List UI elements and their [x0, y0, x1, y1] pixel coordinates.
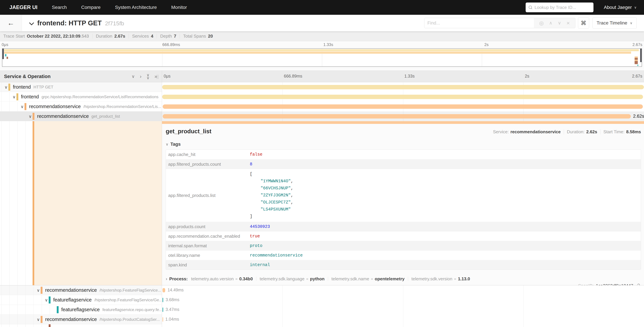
span-duration-bar[interactable]	[162, 308, 163, 312]
minimap-right-handle[interactable]	[640, 49, 642, 62]
ruler-tick-label: 0μs	[164, 74, 170, 78]
collapse-trace-chevron-icon[interactable]	[29, 22, 34, 26]
json-bracket: ]	[250, 213, 293, 220]
stat-label: Total Spans	[183, 34, 206, 39]
span-detail-content: get_product_listService:recommendationse…	[162, 124, 644, 285]
span-duration-label: 3.68ms	[166, 297, 179, 302]
span-row-timeline-cell[interactable]: 14.49ms	[162, 285, 644, 295]
trace-view-selector[interactable]: Trace Timeline ∨	[592, 18, 636, 28]
tag-value: proto	[250, 242, 262, 250]
expand-one-icon[interactable]: ›	[140, 74, 142, 79]
process-value: 1.13.0	[458, 276, 470, 282]
chevron-down-icon[interactable]: ∨	[36, 288, 41, 292]
keyboard-shortcuts-button[interactable]: ⌘	[578, 18, 589, 28]
span-row-tree-cell[interactable]: ∨recommendationservice/hipstershop.Featu…	[0, 285, 162, 295]
span-row-tree-cell[interactable]	[0, 324, 162, 327]
span-row-timeline-cell[interactable]	[162, 92, 644, 102]
back-button[interactable]: ←	[0, 15, 22, 31]
nav-item-monitor[interactable]: Monitor	[171, 5, 187, 10]
span-row-timeline-cell[interactable]: 3.68ms	[162, 295, 644, 305]
nav-item-compare[interactable]: Compare	[81, 5, 100, 10]
span-row-timeline-cell[interactable]	[162, 324, 644, 327]
trace-id-lookup-input[interactable]	[534, 5, 591, 10]
tree-indent-guide	[1, 314, 2, 324]
minimap-canvas[interactable]	[2, 48, 642, 67]
collapse-all-icon[interactable]: ∨∨	[146, 74, 150, 79]
collapse-one-icon[interactable]: ∨	[132, 74, 135, 79]
focus-match-icon[interactable]: ◎	[539, 20, 544, 26]
chevron-down-icon: ∨	[630, 21, 632, 25]
prev-match-icon[interactable]: ∧	[549, 20, 552, 26]
tree-indent-guide	[34, 295, 34, 305]
span-id-label: SpanID:	[578, 283, 594, 285]
chevron-down-icon[interactable]: ∨	[44, 298, 49, 302]
chevron-down-icon[interactable]: ∨	[12, 94, 16, 99]
json-list-item: "66VCHSJNUP",	[250, 185, 293, 192]
span-duration-bar[interactable]	[162, 95, 643, 99]
span-row-timeline-cell[interactable]: 3.47ms	[162, 305, 644, 314]
span-duration-bar[interactable]	[162, 85, 644, 89]
process-row[interactable]: ›Process:telemetry.auto.version=0.34b0te…	[166, 276, 641, 282]
next-match-icon[interactable]: ∨	[558, 20, 561, 26]
span-row-timeline-cell[interactable]	[162, 102, 644, 112]
json-comma: ,	[291, 179, 293, 184]
tag-key: app.filtered_products.list	[166, 191, 250, 200]
span-duration-bar[interactable]	[163, 104, 643, 109]
about-jaeger-menu[interactable]: About Jaeger ∨	[604, 5, 636, 10]
span-duration-label: 14.49ms	[168, 288, 184, 292]
chevron-down-icon[interactable]: ∨	[4, 85, 8, 90]
meta-label: Service:	[493, 129, 509, 134]
app-logo[interactable]: JAEGER UI	[10, 4, 38, 10]
span-row-tree-cell[interactable]: ∨featureflagservice/hipstershop.FeatureF…	[0, 295, 162, 305]
service-color-bar	[24, 103, 26, 110]
span-duration-bar[interactable]	[163, 114, 631, 118]
tags-section-header[interactable]: ∨Tags	[166, 142, 641, 147]
span-row: ∨featureflagservice/hipstershop.FeatureF…	[0, 295, 644, 305]
nav-item-system-architecture[interactable]: System Architecture	[115, 5, 157, 10]
span-row-tree-cell[interactable]: ∨frontendHTTP GET	[0, 82, 162, 92]
span-service-name: featureflagservice	[61, 307, 100, 312]
span-row-tree-cell[interactable]: featureflagservicefeatureflagservice.rep…	[0, 305, 162, 314]
tree-indent-guide	[34, 285, 34, 295]
search-icon	[528, 5, 532, 10]
minimap-left-handle[interactable]	[2, 49, 4, 59]
span-row-timeline-cell[interactable]	[162, 82, 644, 92]
span-duration-bar[interactable]	[162, 298, 163, 302]
meta-label: Duration:	[567, 129, 585, 134]
span-row-timeline-cell[interactable]: 2.62s	[162, 112, 644, 121]
tree-indent-guide	[1, 102, 2, 111]
span-row-timeline-cell[interactable]: 1.04ms	[162, 314, 644, 324]
span-row-tree-cell[interactable]: ∨frontendgrpc.hipstershop.Recommendation…	[0, 92, 162, 102]
span-row-tree-cell[interactable]: ∨recommendationserviceget_product_list	[0, 112, 162, 121]
span-detail-meta: Service:recommendationserviceDuration:2.…	[493, 129, 641, 134]
tree-indent-guide	[18, 295, 18, 305]
chevron-down-icon[interactable]: ∨	[36, 317, 41, 322]
tags-table: app.cache_hitfalseapp.filtered_products.…	[166, 150, 641, 270]
tag-row: internal.span.formatproto	[166, 241, 641, 250]
tree-indent-guide	[1, 121, 2, 285]
tag-value: 44530923	[250, 222, 270, 231]
span-duration-bar[interactable]	[162, 288, 165, 292]
json-list-item: "OLJCESPC7Z",	[250, 199, 293, 206]
span-row: ∨recommendationservice/hipstershop.Produ…	[0, 314, 644, 324]
span-row-tree-cell[interactable]: ∨recommendationservice/hipstershop.Recom…	[0, 102, 162, 112]
tag-row: app.filtered_products.list["1YMWWN1N4O",…	[166, 169, 641, 222]
trace-summary-bar: Trace StartOctober 22 2022, 22:10:09.543…	[0, 31, 644, 41]
find-input[interactable]	[424, 20, 534, 26]
column-resizer-handle[interactable]	[157, 75, 158, 79]
chevron-down-icon[interactable]: ∨	[20, 104, 24, 109]
ruler-tick-label: 2.67s	[632, 42, 642, 47]
column-divider[interactable]	[162, 70, 162, 327]
tag-key: span.kind	[166, 261, 250, 269]
span-row-tree-cell[interactable]: ∨recommendationservice/hipstershop.Produ…	[0, 314, 162, 324]
clear-find-icon[interactable]: ×	[566, 20, 570, 26]
service-operation-title: Service & Operation	[4, 74, 50, 79]
nav-menu: SearchCompareSystem ArchitectureMonitor	[52, 5, 187, 10]
span-duration-bar[interactable]	[162, 317, 163, 322]
chevron-down-icon[interactable]: ∨	[28, 114, 32, 119]
stat-item: Depth7	[160, 34, 176, 39]
nav-item-search[interactable]: Search	[52, 5, 67, 10]
copy-link-icon[interactable]	[635, 284, 640, 285]
chevron-down-icon: ∨	[166, 142, 168, 146]
service-color-bar	[41, 316, 42, 323]
